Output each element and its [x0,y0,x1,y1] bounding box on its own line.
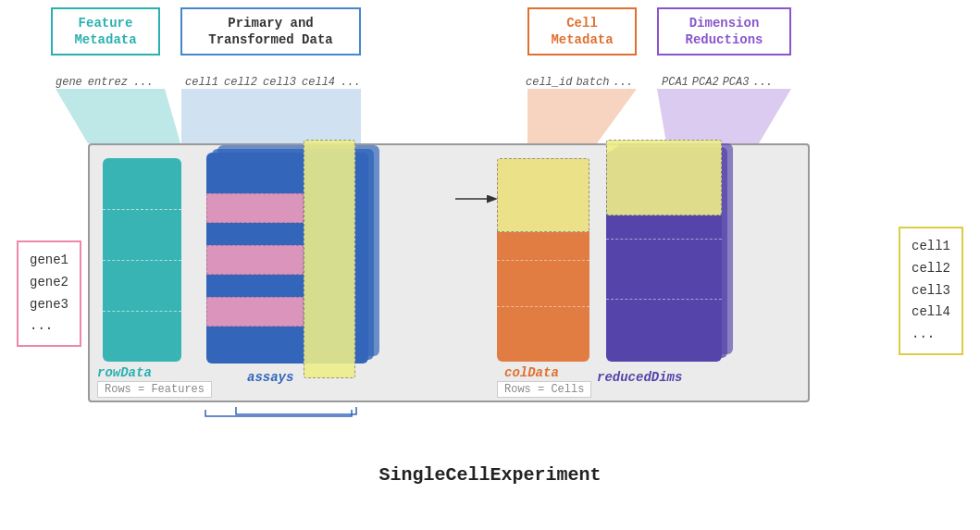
svg-marker-2 [527,89,637,143]
coldata-yellow [497,158,589,232]
col-labels-dimred: PCA1 PCA2 PCA3 ... [662,76,773,89]
assay-stripe-1 [206,193,304,223]
label-rowdata: rowData [97,365,152,380]
header-box-dim-red: DimensionReductions [657,7,791,55]
rows-features-label: Rows = Features [97,381,212,398]
reduced-main-block [606,151,722,362]
gene-labels: gene1 gene2 gene3 ... [17,240,81,347]
assay-stripe-2 [206,245,304,275]
coldata-block [497,158,589,362]
svg-marker-1 [181,89,361,143]
svg-marker-0 [56,89,180,143]
col-labels-cellmeta: cell_id batch ... [526,76,633,89]
label-assays: assays [247,370,293,385]
rowdata-block [103,158,181,362]
reduced-yellow [606,140,722,216]
header-box-primary-data: Primary andTransformed Data [180,7,361,55]
main-diagram-box: rowData assays colData reducedDims Rows … [88,143,810,402]
main-container: Feature Metadata Primary andTransformed … [0,0,980,530]
col-labels-feature: gene entrez ... [56,76,154,89]
col-labels-primary: cell1 cell2 cell3 cell4 ... [185,76,361,89]
label-reduced: reducedDims [597,370,682,385]
diagram-title: SingleCellExperiment [0,464,980,486]
header-box-cell-meta: CellMetadata [527,7,637,55]
rows-cells-label: Rows = Cells [497,381,591,398]
label-coldata: colData [504,365,559,380]
cell-labels: cell1 cell2 cell3 cell4 ... [899,227,963,355]
header-box-feature-meta: Feature Metadata [51,7,160,55]
assay-main-block [206,153,368,364]
assay-stripe-3 [206,297,304,327]
assay-yellow-col [304,140,355,378]
svg-marker-3 [657,89,791,143]
